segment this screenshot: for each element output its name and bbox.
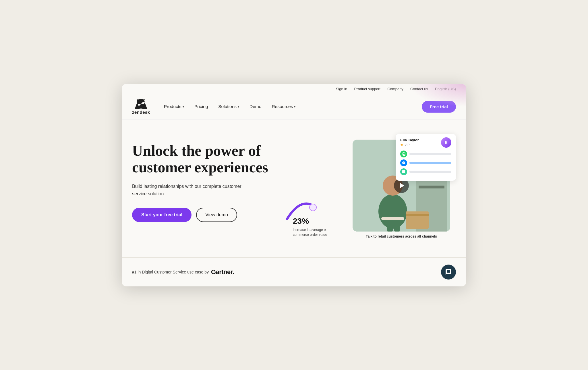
- hero-right: Ella Taylor ★ VIP E: [293, 137, 456, 246]
- nav-pricing[interactable]: Pricing: [194, 104, 208, 109]
- main-nav: zendesk Products ▾ Pricing Solutions ▾ D…: [122, 94, 466, 120]
- star-icon: ★: [400, 143, 403, 147]
- bottom-bar: #1 in Digital Customer Service use case …: [122, 257, 466, 286]
- contact-us-link[interactable]: Contact us: [410, 87, 428, 91]
- start-free-trial-button[interactable]: Start your free trial: [132, 208, 192, 222]
- svg-rect-16: [406, 211, 429, 229]
- whatsapp-bar: [409, 153, 451, 155]
- nav-solutions[interactable]: Solutions ▾: [218, 104, 239, 109]
- svg-point-1: [310, 204, 316, 211]
- messenger-bar: [409, 162, 451, 164]
- product-support-link[interactable]: Product support: [354, 87, 380, 91]
- utility-bar: Sign in Product support Company Contact …: [122, 84, 466, 94]
- stat-card: 23% increase in average e-commerce order…: [293, 210, 327, 237]
- chat-support-button[interactable]: [441, 265, 456, 280]
- chat-bar: [409, 171, 451, 173]
- view-demo-button[interactable]: View demo: [196, 208, 237, 222]
- sign-in-link[interactable]: Sign in: [336, 87, 347, 91]
- hero-section: Unlock the power of customer experiences…: [122, 120, 466, 257]
- svg-rect-13: [387, 220, 393, 232]
- logo[interactable]: zendesk: [132, 99, 150, 115]
- chat-icon: [400, 168, 407, 175]
- customer-card: Ella Taylor ★ VIP E: [396, 134, 456, 181]
- logo-text: zendesk: [132, 110, 150, 115]
- avatar: E: [441, 137, 451, 148]
- free-trial-button[interactable]: Free trial: [422, 101, 456, 113]
- whatsapp-icon: [400, 151, 407, 157]
- chat-bubble-icon: [445, 269, 452, 275]
- hero-title: Unlock the power of customer experiences: [132, 142, 281, 176]
- whatsapp-channel-row: [400, 151, 451, 157]
- messenger-channel-row: [400, 159, 451, 166]
- svg-rect-14: [394, 223, 400, 232]
- company-link[interactable]: Company: [387, 87, 403, 91]
- customer-name: Ella Taylor: [400, 138, 419, 142]
- hero-buttons: Start your free trial View demo: [132, 208, 281, 222]
- nav-links: Products ▾ Pricing Solutions ▾ Demo Reso…: [164, 104, 422, 109]
- gartner-prefix: #1 in Digital Customer Service use case …: [132, 270, 209, 274]
- chat-channel-row: [400, 168, 451, 175]
- play-icon: [400, 183, 404, 188]
- gartner-badge: #1 in Digital Customer Service use case …: [132, 268, 234, 276]
- nav-demo[interactable]: Demo: [249, 104, 261, 109]
- customer-info: Ella Taylor ★ VIP: [400, 138, 419, 147]
- svg-rect-15: [381, 217, 404, 220]
- svg-rect-7: [419, 186, 444, 188]
- image-caption: Talk to retail customers across all chan…: [353, 234, 450, 255]
- chevron-down-icon-3: ▾: [294, 105, 295, 108]
- stat-number: 23%: [293, 210, 327, 226]
- zendesk-z-logo: [135, 99, 147, 109]
- nav-resources[interactable]: Resources ▾: [272, 104, 295, 109]
- svg-rect-17: [406, 214, 429, 216]
- language-selector[interactable]: English (US): [435, 87, 456, 91]
- hero-left: Unlock the power of customer experiences…: [132, 137, 281, 222]
- nav-products[interactable]: Products ▾: [164, 104, 184, 109]
- customer-vip: ★ VIP: [400, 143, 419, 147]
- customer-card-header: Ella Taylor ★ VIP E: [400, 137, 451, 148]
- messenger-icon: [400, 159, 407, 166]
- hero-subtitle: Build lasting relationships with our com…: [132, 183, 253, 197]
- stat-label: increase in average e-commerce order val…: [293, 228, 327, 237]
- chevron-down-icon: ▾: [183, 105, 184, 108]
- gartner-brand: Gartner.: [211, 268, 234, 276]
- chevron-down-icon-2: ▾: [238, 105, 239, 108]
